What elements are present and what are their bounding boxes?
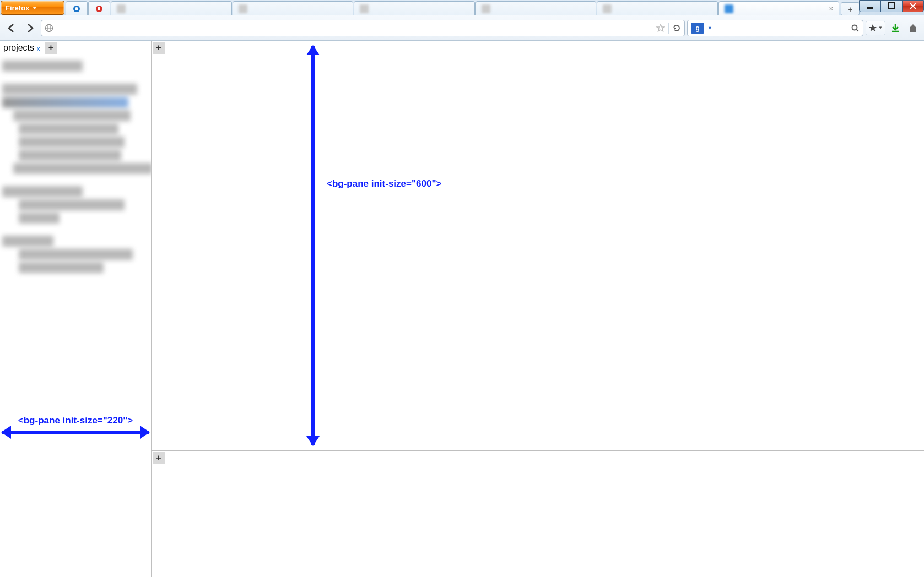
add-pane-tab-button[interactable]: + — [45, 42, 57, 54]
right-column: + <bg-pane init-size="600"> + — [152, 41, 924, 577]
left-pane-tab[interactable]: projects x — [0, 42, 44, 54]
window-close-button[interactable] — [902, 0, 924, 12]
window-titlebar: Firefox × + — [0, 0, 924, 15]
browser-tab[interactable] — [354, 1, 475, 15]
chevron-down-icon: ▼ — [878, 25, 883, 30]
favicon-icon — [117, 4, 126, 13]
close-tab-icon[interactable]: × — [829, 4, 833, 13]
reload-icon[interactable] — [672, 24, 681, 32]
favicon-icon — [603, 4, 612, 13]
window-controls — [860, 0, 924, 15]
browser-tab[interactable] — [475, 1, 597, 15]
download-arrow-icon — [890, 23, 900, 33]
browser-tab[interactable]: × — [718, 1, 840, 15]
url-bar[interactable] — [41, 20, 685, 36]
svg-line-10 — [857, 29, 859, 31]
arrow-left-icon — [7, 23, 17, 33]
globe-icon — [45, 24, 53, 32]
workspace: projects x + <bg-pane init-size=" — [0, 41, 924, 577]
browser-tab[interactable] — [111, 1, 232, 15]
left-pane: projects x + <bg-pane init-size=" — [0, 41, 152, 577]
annotation-left-pane: <bg-pane init-size="220"> — [2, 415, 149, 434]
browser-tab[interactable] — [233, 1, 354, 15]
favicon-icon — [725, 4, 733, 13]
svg-rect-5 — [888, 3, 895, 8]
svg-rect-4 — [867, 7, 873, 9]
browser-tabstrip: × + — [66, 0, 860, 15]
pinned-tab[interactable] — [66, 1, 88, 15]
firefox-menu-label: Firefox — [6, 4, 29, 12]
search-icon[interactable] — [851, 24, 860, 32]
window-minimize-button[interactable] — [859, 0, 881, 12]
navigation-toolbar: g ▼ ▼ — [0, 15, 924, 41]
plus-icon: + — [848, 4, 853, 14]
favicon-icon — [482, 4, 490, 13]
chevron-down-icon — [33, 7, 37, 9]
home-icon — [908, 23, 918, 33]
left-pane-tab-label: projects — [3, 43, 34, 53]
firefox-menu-button[interactable]: Firefox — [1, 1, 64, 15]
browser-tab[interactable] — [597, 1, 718, 15]
window-maximize-button[interactable] — [880, 0, 903, 12]
add-pane-tab-button[interactable]: + — [153, 42, 165, 54]
plus-icon: + — [156, 453, 161, 463]
pinned-tab[interactable] — [88, 1, 110, 15]
bookmark-star-icon[interactable] — [656, 24, 665, 32]
search-bar[interactable]: g ▼ — [687, 20, 863, 36]
arrow-right-icon — [25, 23, 35, 33]
home-button[interactable] — [905, 20, 921, 36]
bookmarks-menu-button[interactable]: ▼ — [866, 21, 885, 35]
left-pane-body — [0, 55, 151, 577]
svg-rect-3 — [98, 7, 100, 10]
top-pane: + <bg-pane init-size="600"> — [152, 41, 924, 451]
pinned-favicon-icon — [72, 4, 81, 13]
close-pane-tab-icon[interactable]: x — [36, 43, 41, 53]
horizontal-double-arrow-icon — [2, 431, 149, 434]
pinned-favicon-icon — [95, 4, 104, 13]
favicon-icon — [360, 4, 369, 13]
search-engine-icon[interactable]: g — [691, 23, 704, 34]
bookmark-star-icon — [868, 24, 877, 32]
vertical-double-arrow-icon — [311, 46, 315, 445]
left-pane-tabs: projects x + — [0, 41, 151, 55]
new-tab-button[interactable]: + — [841, 2, 860, 15]
plus-icon: + — [48, 43, 53, 53]
annotation-top-pane: <bg-pane init-size="600"> — [311, 43, 598, 448]
favicon-icon — [239, 4, 247, 13]
separator — [668, 23, 669, 34]
close-icon — [909, 2, 917, 10]
chevron-down-icon[interactable]: ▼ — [707, 25, 712, 31]
maximize-icon — [888, 2, 895, 10]
svg-point-9 — [852, 25, 857, 30]
downloads-button[interactable] — [888, 20, 903, 36]
annotation-top-label: <bg-pane init-size="600"> — [327, 178, 441, 189]
minimize-icon — [866, 2, 874, 10]
forward-button[interactable] — [22, 20, 39, 36]
back-button[interactable] — [3, 20, 20, 36]
add-pane-tab-button[interactable]: + — [153, 452, 165, 464]
svg-point-1 — [75, 7, 78, 10]
annotation-left-label: <bg-pane init-size="220"> — [2, 415, 149, 426]
bottom-pane: + — [152, 451, 924, 577]
plus-icon: + — [156, 43, 161, 53]
